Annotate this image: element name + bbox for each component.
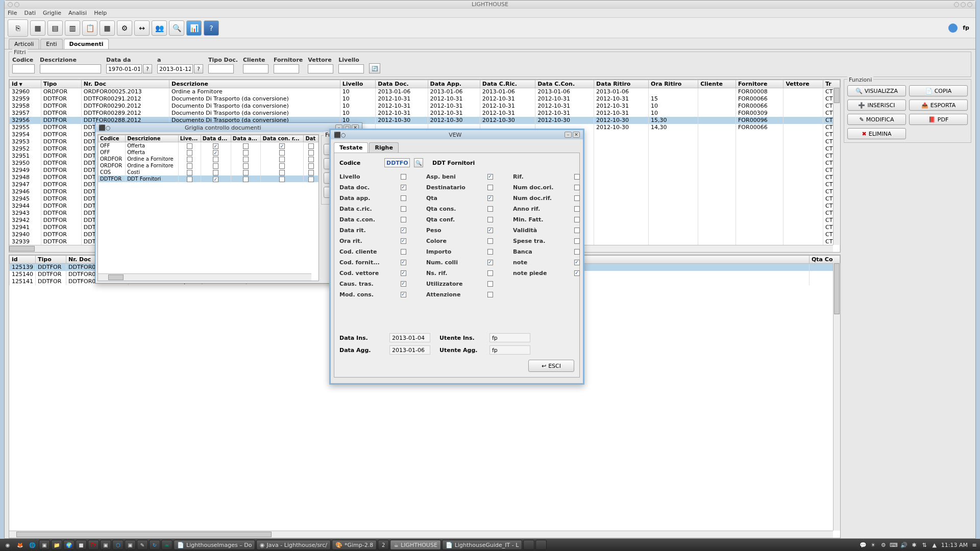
grid-header[interactable]: Tipo (41, 80, 81, 88)
table-row[interactable]: 32959DDTFORDDTFOR00291.2012Documento Di … (10, 95, 840, 103)
vew-field-checkbox[interactable] (487, 281, 493, 287)
checkbox[interactable] (213, 163, 218, 169)
checkbox[interactable] (279, 163, 285, 169)
filter-livello-input[interactable] (338, 64, 364, 73)
date-picker-icon[interactable]: ? (194, 64, 203, 73)
tool-filter-icon[interactable]: ▦ (100, 20, 115, 36)
vew-field-checkbox[interactable] (401, 260, 406, 265)
vew-field-checkbox[interactable] (574, 228, 580, 233)
vew-field-checkbox[interactable] (401, 270, 406, 276)
editor-icon[interactable]: ✎ (137, 540, 148, 550)
tool-home-icon[interactable]: ⎘ (8, 19, 28, 37)
vew-field-checkbox[interactable] (574, 195, 580, 201)
detail-hscroll[interactable] (9, 531, 833, 538)
vew-field-checkbox[interactable] (487, 260, 493, 265)
table-row[interactable]: 32960ORDFORORDFOR00025.2013Ordine a Forn… (10, 88, 840, 96)
task-gimp[interactable]: 🎨*Gimp-2.8 (332, 540, 377, 550)
grid-header[interactable]: Cliente (698, 80, 736, 88)
tray-volume-icon[interactable]: 🔊 (900, 541, 908, 548)
table-row[interactable]: 32957DDTFORDDTFOR00289.2012Documento Di … (10, 110, 840, 117)
vew-field-checkbox[interactable] (401, 292, 406, 297)
menu-griglie[interactable]: Griglie (43, 10, 61, 16)
griglia-titlebar[interactable]: ⬛○ Griglia controllo documenti –▢✕ (95, 123, 362, 132)
vew-field-checkbox[interactable] (574, 249, 580, 255)
firefox-icon[interactable]: 🦊 (14, 540, 26, 550)
checkbox[interactable] (213, 143, 218, 149)
vew-field-checkbox[interactable] (401, 174, 406, 180)
griglia-table[interactable]: CodiceDescrizioneLive...Data d...Data a.… (97, 134, 319, 281)
tray-keyboard-icon[interactable]: ⌨ (890, 541, 897, 548)
terminal-icon[interactable]: ▣ (39, 540, 50, 550)
vew-field-checkbox[interactable] (401, 185, 406, 190)
vew-field-checkbox[interactable] (487, 270, 493, 276)
filezilla-icon[interactable]: Fz (88, 540, 99, 550)
vew-field-checkbox[interactable] (574, 238, 580, 244)
grid-header[interactable]: Nr. Doc (81, 80, 169, 88)
function-esporta-button[interactable]: 📤ESPORTA (909, 99, 968, 111)
detail-vscroll[interactable] (833, 263, 840, 531)
checkbox[interactable] (308, 150, 314, 156)
arduino-icon[interactable]: ∞ (161, 540, 173, 550)
filter-fornitore-input[interactable] (274, 64, 299, 73)
grid-header[interactable]: Data App. (428, 80, 480, 88)
grid-header[interactable]: Data Ritiro (594, 80, 649, 88)
tool-sync-icon[interactable]: ↔ (134, 20, 150, 36)
tray-weather-icon[interactable]: ☀ (870, 541, 877, 548)
filter-refresh-button[interactable]: 🔄 (369, 63, 380, 73)
tool-users-icon[interactable]: 👥 (152, 20, 167, 36)
filter-datada-input[interactable] (106, 64, 142, 73)
tab-articoli[interactable]: Articoli (9, 39, 39, 49)
vew-field-checkbox[interactable] (574, 270, 580, 276)
vew-field-checkbox[interactable] (487, 292, 493, 297)
table-row[interactable]: ORDFOROrdine a Fornitore (99, 156, 318, 162)
tray-chat-icon[interactable]: 💬 (860, 541, 867, 548)
grid-header[interactable]: Vettore (783, 80, 823, 88)
tool-help-icon[interactable]: ? (204, 20, 219, 36)
vew-field-checkbox[interactable] (401, 238, 406, 244)
checkbox[interactable] (213, 177, 218, 182)
table-row[interactable]: 32958DDTFORDDTFOR00290.2012Documento Di … (10, 103, 840, 110)
tray-up-icon[interactable]: ▲ (931, 541, 938, 548)
function-pdf-button[interactable]: 📕PDF (909, 114, 968, 125)
checkbox[interactable] (187, 163, 192, 169)
filter-descrizione-input[interactable] (40, 64, 101, 73)
tool-db-icon[interactable]: ▦ (30, 20, 45, 36)
function-modifica-button[interactable]: ✎MODIFICA (847, 114, 906, 125)
table-row[interactable]: ORDFOROrdine a Fornitore (99, 162, 318, 169)
checkbox[interactable] (279, 157, 285, 162)
grid-header[interactable]: Data Doc. (376, 80, 428, 88)
griglia-header[interactable]: Descrizione (126, 135, 179, 142)
checkbox[interactable] (243, 150, 249, 156)
griglia-header[interactable]: Codice (99, 135, 126, 142)
tool-calendar-icon[interactable]: ▥ (65, 20, 80, 36)
cube-icon[interactable]: ▣ (100, 540, 111, 550)
checkbox[interactable] (279, 150, 285, 156)
tool-search-icon[interactable]: 🔍 (169, 20, 184, 36)
function-inserisci-button[interactable]: ➕INSERISCI (847, 99, 906, 111)
task-num[interactable]: 2 (378, 540, 389, 550)
files-icon[interactable]: 📁 (51, 540, 62, 550)
tray-clock[interactable]: 11:13 AM (941, 542, 968, 548)
vew-field-checkbox[interactable] (487, 238, 493, 244)
vew-field-checkbox[interactable] (487, 206, 493, 212)
tab-enti[interactable]: Enti (40, 39, 62, 49)
griglia-header[interactable]: Live... (178, 135, 201, 142)
checkbox[interactable] (243, 143, 249, 149)
filter-a-input[interactable] (157, 64, 193, 73)
detail-header[interactable]: Tipo (36, 256, 66, 264)
chrome-icon[interactable]: 🌐 (27, 540, 38, 550)
vew-field-checkbox[interactable] (401, 281, 406, 287)
checkbox[interactable] (187, 170, 192, 176)
checkbox[interactable] (308, 143, 314, 149)
grid-header[interactable]: Descrizione (169, 80, 340, 88)
console-icon[interactable]: ■ (76, 540, 87, 550)
vew-min-button[interactable]: – (565, 132, 572, 138)
checkbox[interactable] (308, 163, 314, 169)
tray-net-icon[interactable]: ⇅ (921, 541, 928, 548)
sync-icon[interactable]: ↻ (149, 540, 160, 550)
checkbox[interactable] (213, 150, 218, 156)
vew-field-checkbox[interactable] (487, 249, 493, 255)
vew-field-checkbox[interactable] (487, 185, 493, 190)
task-empty1[interactable] (523, 540, 534, 550)
tool-grid-icon[interactable]: ▤ (47, 20, 63, 36)
